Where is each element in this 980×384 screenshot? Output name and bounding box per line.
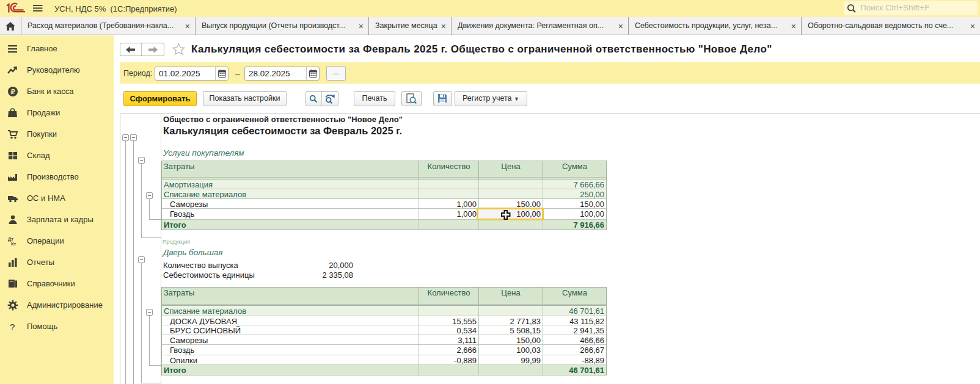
svg-text:Кт: Кт [11,241,16,247]
svg-text:?: ? [10,322,15,332]
svg-text:₽: ₽ [11,88,15,95]
